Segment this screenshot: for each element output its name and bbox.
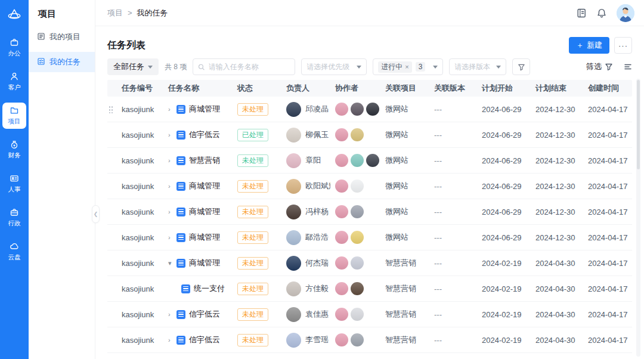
filter-toggle[interactable]: 筛选: [586, 61, 613, 72]
remove-tag-icon[interactable]: ×: [405, 63, 408, 70]
sidebar-item-我的项目[interactable]: 我的项目: [29, 27, 95, 47]
column-header[interactable]: 任务名称: [163, 80, 233, 97]
row-handle-cell: [107, 302, 117, 327]
app-logo atom-a-logo-icon[interactable]: [4, 5, 24, 25]
table-row[interactable]: kasojiunk›智慧营销未处理章阳微网站---2024-06-292024-…: [107, 148, 632, 174]
version-value: ---: [434, 284, 442, 293]
task-name[interactable]: 信宇低云: [189, 129, 220, 140]
handle-column-header: [107, 80, 117, 97]
bell-icon[interactable]: [596, 8, 607, 18]
task-name[interactable]: 商城管理: [189, 206, 220, 217]
sidebar-item-我的任务[interactable]: 我的任务: [29, 52, 95, 72]
table-row[interactable]: kasojiunk›商城管理未处理欧阳斌辉微网站---2024-06-29202…: [107, 174, 632, 199]
task-name[interactable]: 统一支付: [194, 283, 225, 294]
status-badge: 未处理: [237, 231, 268, 244]
created-date: 2024-04-17: [588, 156, 628, 165]
collaborator-avatar: [366, 103, 379, 116]
table-row[interactable]: kasojiunk›商城管理未处理邱凌晶微网站---2024-06-292024…: [107, 97, 632, 122]
chevron-right-icon[interactable]: ›: [168, 234, 177, 241]
task-name-cell: ›商城管理: [163, 174, 233, 199]
chevron-right-icon[interactable]: ›: [168, 311, 177, 318]
scrollbar-thumb[interactable]: [637, 80, 640, 169]
task-code: kasojiunk: [122, 131, 154, 140]
app-nav-item-人事[interactable]: 人事: [2, 171, 26, 197]
task-name-cell: 统一支付: [163, 276, 233, 301]
column-settings-icon[interactable]: [624, 63, 632, 71]
owner-avatar: [286, 128, 301, 143]
task-code: kasojiunk: [122, 284, 154, 293]
version-select[interactable]: 请选择版本: [449, 58, 506, 75]
app-nav-item-财务[interactable]: 财务: [2, 137, 26, 163]
column-header[interactable]: 计划开始: [477, 80, 531, 97]
row-handle-cell: [107, 174, 117, 199]
app-sidebar: 办公客户项目财务人事行政云盘: [0, 0, 29, 359]
app-nav-item-办公[interactable]: 办公: [2, 35, 26, 61]
sidebar-collapse-handle chevron-left-icon[interactable]: ❮: [92, 205, 100, 223]
table-row[interactable]: kasojiunk统一支付未处理方佳毅智慧营销---2024-02-192024…: [107, 276, 632, 302]
column-header[interactable]: 计划结束: [531, 80, 583, 97]
app-nav-item-云盘[interactable]: 云盘: [2, 239, 26, 265]
main-area: 项目 > 我的任务: [95, 0, 644, 359]
task-name[interactable]: 智慧营销: [189, 155, 220, 166]
end-date: 2024-12-30: [535, 233, 575, 242]
task-name[interactable]: 商城管理: [189, 181, 220, 191]
chevron-right-icon[interactable]: ›: [168, 131, 177, 138]
advanced-filter-button funnel-icon[interactable]: [512, 58, 530, 75]
app-nav-item-项目[interactable]: 项目: [2, 103, 26, 129]
chevron-right-icon[interactable]: ›: [168, 157, 177, 164]
task-name-cell: ›商城管理: [163, 97, 233, 122]
table-row[interactable]: kasojiunk›商城管理未处理鄢浩浩微网站---2024-06-292024…: [107, 225, 632, 250]
chevron-right-icon[interactable]: ›: [168, 336, 177, 343]
task-code: kasojiunk: [122, 105, 154, 114]
chevron-right-icon[interactable]: ›: [168, 106, 177, 113]
owner-cell: 柳佩玉: [281, 122, 330, 147]
journal-icon[interactable]: [576, 8, 587, 18]
collaborator-avatar: [366, 154, 379, 167]
task-search-input[interactable]: [209, 63, 290, 71]
status-select[interactable]: 进行中 × 3: [373, 58, 443, 75]
task-name[interactable]: 信宇低云: [189, 309, 220, 320]
status-badge: 未处理: [237, 103, 268, 116]
briefcase-icon: [10, 38, 19, 48]
task-name[interactable]: 商城管理: [189, 232, 220, 243]
drag-handle-icon[interactable]: [109, 106, 113, 113]
funnel-icon: [605, 63, 613, 71]
column-header[interactable]: 创建时间: [583, 80, 632, 97]
app-nav-item-行政[interactable]: 行政: [2, 205, 26, 231]
status-cell: 未处理: [233, 302, 281, 327]
collaborator-avatar: [351, 154, 364, 167]
app-nav-item-客户[interactable]: 客户: [2, 69, 26, 95]
column-header[interactable]: 关联版本: [429, 80, 477, 97]
project-cell: 智慧营销: [380, 327, 429, 352]
created-date: 2024-04-17: [588, 233, 628, 242]
total-count: 共 8 项: [165, 62, 187, 72]
task-name[interactable]: 信宇低云: [189, 335, 220, 345]
table-row[interactable]: kasojiunk›商城管理未处理冯梓杨微网站---2024-06-292024…: [107, 199, 632, 225]
chevron-right-icon[interactable]: ›: [168, 182, 177, 190]
column-header[interactable]: 协作者: [330, 80, 380, 97]
project-name: 微网站: [385, 206, 408, 217]
table-row[interactable]: kasojiunk›信宇低云已处理柳佩玉微网站---2024-06-292024…: [107, 122, 632, 148]
user-avatar[interactable]: [617, 4, 634, 22]
more-actions-button ellipsis-icon[interactable]: ···: [614, 37, 632, 54]
column-header[interactable]: 任务编号: [117, 80, 163, 97]
task-scope-dropdown[interactable]: 全部任务: [107, 58, 159, 75]
task-name[interactable]: 商城管理: [189, 104, 220, 114]
column-header[interactable]: 关联项目: [380, 80, 429, 97]
table-row[interactable]: kasojiunk›信宇低云未处理袁佳惠智慧营销---2024-02-19202…: [107, 302, 632, 327]
collaborator-avatar: [335, 128, 348, 141]
column-header[interactable]: 状态: [233, 80, 281, 97]
end-date: 2024-04-30: [535, 259, 575, 268]
breadcrumb-parent[interactable]: 项目: [107, 8, 123, 18]
new-task-button[interactable]: ＋ 新建: [569, 37, 609, 54]
table-row[interactable]: kasojiunk▾商城管理未处理何杰瑞智慧营销---2024-02-19202…: [107, 250, 632, 276]
column-header[interactable]: 负责人: [281, 80, 330, 97]
priority-select[interactable]: 请选择优先级: [301, 58, 367, 75]
task-name[interactable]: 商城管理: [189, 258, 220, 268]
chevron-down-icon[interactable]: ▾: [168, 259, 177, 267]
start-date-cell: 2024-02-19: [477, 302, 531, 327]
table-row[interactable]: kasojiunk›信宇低云未处理李雪瑶智慧营销---2024-02-19202…: [107, 327, 632, 353]
chevron-right-icon[interactable]: ›: [168, 208, 177, 215]
task-doc-icon: [177, 233, 185, 242]
status-cell: 未处理: [233, 148, 281, 173]
